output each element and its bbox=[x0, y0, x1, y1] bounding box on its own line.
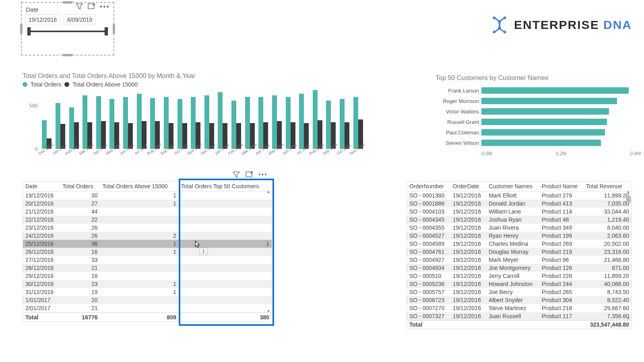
bar-group[interactable]: Jul 2017 bbox=[135, 88, 148, 149]
bar-total[interactable] bbox=[178, 99, 182, 149]
bar-total[interactable] bbox=[204, 95, 209, 149]
bar-total[interactable] bbox=[191, 97, 196, 149]
bar-total[interactable] bbox=[218, 92, 223, 149]
table-row[interactable]: SO - 000575719/12/2016Joe BerryProduct 2… bbox=[407, 288, 632, 296]
bar-total[interactable] bbox=[150, 98, 155, 149]
table-row[interactable]: 2/01/201721 bbox=[23, 304, 272, 313]
bar-group[interactable]: May 2017 bbox=[108, 88, 121, 149]
bar-total[interactable] bbox=[313, 90, 318, 149]
date-slicer[interactable]: Date 19/12/2016 6/09/2019 bbox=[21, 2, 114, 56]
date-to[interactable]: 6/09/2019 bbox=[64, 14, 96, 25]
resize-handle[interactable] bbox=[113, 24, 115, 34]
slider-thumb-end[interactable] bbox=[105, 27, 108, 35]
bar-group[interactable]: Apr 2018 bbox=[257, 88, 270, 149]
bar-total[interactable] bbox=[340, 99, 345, 149]
date-from[interactable]: 19/12/2016 bbox=[25, 14, 60, 25]
focus-icon[interactable] bbox=[246, 171, 253, 178]
scrollbar-thumb[interactable] bbox=[626, 196, 631, 202]
bar-total[interactable] bbox=[326, 101, 331, 149]
bar-group[interactable]: Sep 2017 bbox=[162, 88, 175, 149]
date-slider[interactable] bbox=[28, 31, 107, 32]
hbar-row[interactable]: Steven Wilson bbox=[436, 138, 641, 148]
col-header[interactable]: Customer Names bbox=[486, 181, 539, 191]
bar-total[interactable] bbox=[231, 101, 236, 149]
table-row[interactable]: SO - 000672319/12/2016Albert SnyderProdu… bbox=[407, 296, 632, 304]
bar-total[interactable] bbox=[56, 103, 60, 149]
table-row[interactable]: 23/12/201626 bbox=[23, 224, 272, 232]
more-icon[interactable]: ••• bbox=[258, 171, 268, 178]
hbar-row[interactable]: Russell Grant bbox=[436, 117, 641, 127]
bar-total[interactable] bbox=[272, 95, 277, 149]
bar-group[interactable]: Feb 2017 bbox=[67, 88, 80, 149]
resize-handle[interactable] bbox=[20, 24, 23, 34]
bar-group[interactable]: Jun 2018 bbox=[284, 88, 297, 149]
hbar[interactable] bbox=[481, 108, 609, 115]
bar-group[interactable]: Mar 2018 bbox=[243, 88, 256, 149]
bar-total[interactable] bbox=[83, 95, 87, 149]
table-row[interactable]: 24/12/2016262 bbox=[23, 232, 272, 240]
table-row[interactable]: SO - 000523619/12/2016Howard JohnstonPro… bbox=[407, 280, 632, 288]
col-header[interactable]: OrderNumber bbox=[407, 181, 450, 191]
table-row[interactable]: SO - 000493419/12/2016Joe MontgomeryProd… bbox=[407, 264, 632, 272]
table-row[interactable]: SO - 000452719/12/2016Ryan HenryProduct … bbox=[407, 232, 632, 240]
table-row[interactable]: 22/12/201622 bbox=[23, 216, 272, 224]
transactions-table[interactable]: OrderNumberOrderDateCustomer NamesProduc… bbox=[407, 181, 632, 329]
table-row[interactable]: 1/01/201720 bbox=[23, 296, 272, 304]
table-row[interactable]: 21/12/201644 bbox=[23, 208, 272, 216]
bar-total[interactable] bbox=[245, 97, 250, 149]
table-row[interactable]: 29/12/201618 bbox=[23, 272, 272, 280]
col-header[interactable]: Total Orders Top 50 Customers bbox=[179, 181, 272, 191]
filter-icon[interactable] bbox=[233, 171, 240, 178]
table-row[interactable]: SO - 000727019/12/2016Steve MartinezProd… bbox=[407, 304, 632, 312]
bar-total[interactable] bbox=[353, 97, 358, 149]
bar-total[interactable] bbox=[123, 97, 128, 149]
table-row[interactable]: SO - 00051019/12/2016Jerry CarrollProduc… bbox=[407, 272, 632, 280]
table-row[interactable]: SO - 000732719/12/2016Juan RussellProduc… bbox=[407, 312, 632, 321]
table-row[interactable]: SO - 000435519/12/2016Juan RiveraProduct… bbox=[407, 224, 632, 232]
orders-bar-chart[interactable]: Total Orders and Total Orders Above 1500… bbox=[23, 72, 365, 159]
resize-handle[interactable] bbox=[63, 54, 72, 56]
bar-group[interactable]: Oct 2018 bbox=[338, 88, 351, 149]
bar-total[interactable] bbox=[299, 94, 304, 149]
bar-group[interactable]: Nov 2018 bbox=[351, 88, 365, 149]
resize-handle[interactable] bbox=[63, 1, 72, 4]
hbar[interactable] bbox=[481, 98, 617, 104]
bar-group[interactable]: Jan 2018 bbox=[216, 88, 229, 149]
hbar[interactable] bbox=[481, 140, 601, 146]
top-customers-bar-chart[interactable]: Top 50 Customers by Customer Names Frank… bbox=[436, 74, 641, 161]
col-header[interactable]: Total Revenue bbox=[584, 181, 632, 191]
table-row[interactable]: 28/12/201621 bbox=[23, 264, 272, 272]
table-row[interactable]: 27/12/201633 bbox=[23, 256, 272, 264]
hbar-row[interactable]: Victor Watkins bbox=[436, 107, 641, 116]
bar-total[interactable] bbox=[258, 97, 263, 149]
bar-total[interactable] bbox=[137, 94, 142, 149]
bar-group[interactable]: Apr 2017 bbox=[95, 88, 108, 149]
table-row[interactable]: SO - 000458919/12/2016Charles MedinaProd… bbox=[407, 240, 632, 248]
bar-group[interactable]: Dec 2017 bbox=[203, 88, 216, 149]
table-row[interactable]: SO - 000410319/12/2016William LaneProduc… bbox=[407, 208, 632, 216]
table-row[interactable]: 25/12/20163611 bbox=[23, 240, 272, 248]
bar-total[interactable] bbox=[42, 120, 47, 149]
hbar[interactable] bbox=[481, 129, 605, 136]
bar-group[interactable]: May 2018 bbox=[270, 88, 284, 149]
bar-group[interactable]: Sep 2018 bbox=[324, 88, 338, 149]
col-header[interactable]: Date bbox=[23, 181, 60, 191]
table-row[interactable]: SO - 000434519/12/2016Joshua RyanProduct… bbox=[407, 216, 632, 224]
hbar-row[interactable]: Roger Morrison bbox=[436, 96, 641, 106]
bar-group[interactable]: Mar 2017 bbox=[81, 88, 94, 149]
bar-total[interactable] bbox=[96, 96, 101, 149]
table-row[interactable]: 26/12/2016161 bbox=[23, 248, 272, 256]
bar-group[interactable]: Nov 2017 bbox=[189, 88, 202, 149]
hbar[interactable] bbox=[481, 119, 607, 125]
bar-group[interactable]: Aug 2018 bbox=[311, 88, 324, 149]
table-row[interactable]: SO - 000188619/12/2016Donald JordanProdu… bbox=[407, 200, 632, 208]
bar-total[interactable] bbox=[286, 97, 291, 149]
table-row[interactable]: 20/12/2016271 bbox=[23, 200, 272, 208]
table-row[interactable]: SO - 000138019/12/2016Mark ElliottProduc… bbox=[407, 191, 632, 200]
col-header[interactable]: Total Orders Above 15000 bbox=[100, 181, 178, 191]
table-row[interactable]: 31/12/2016191 bbox=[23, 288, 272, 296]
bar-group[interactable]: Dec 2016 bbox=[40, 88, 54, 149]
scrollbar[interactable] bbox=[626, 190, 631, 320]
bar-total[interactable] bbox=[164, 97, 169, 149]
table-row[interactable]: SO - 000476119/12/2016Douglas MurrayProd… bbox=[407, 248, 632, 256]
